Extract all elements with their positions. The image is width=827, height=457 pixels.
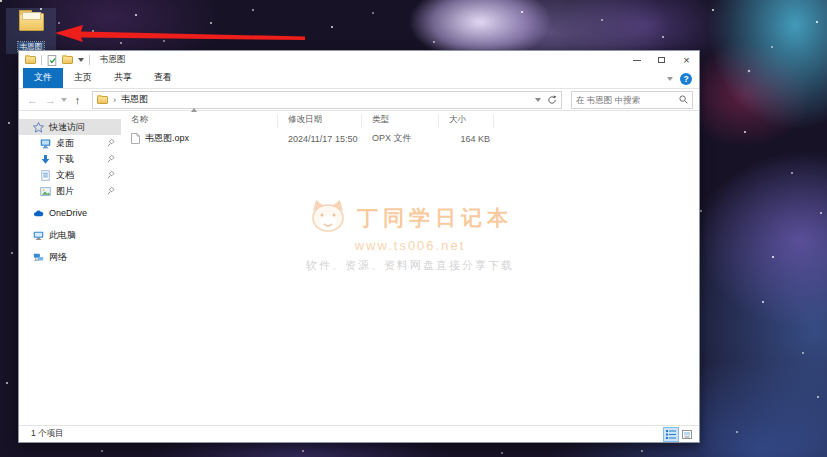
sidebar-item-pictures[interactable]: 图片 [19, 183, 121, 199]
sidebar-item-network[interactable]: 网络 [19, 249, 121, 265]
tab-file[interactable]: 文件 [23, 68, 63, 88]
watermark: 丁同学日记本 www.ts006.net 软件、资源、资料网盘直接分享下载 [306, 199, 514, 273]
pin-icon [107, 171, 115, 179]
sidebar-item-onedrive[interactable]: OneDrive [19, 205, 121, 221]
file-row[interactable]: 韦恩图.opx 2024/11/17 15:50 OPX 文件 164 KB [121, 131, 699, 146]
sidebar: 快速访问 桌面 下载 文档 [19, 111, 121, 425]
explorer-icon [25, 56, 36, 64]
large-icons-view-icon [682, 430, 692, 439]
recent-locations-chevron-icon[interactable] [61, 98, 67, 102]
sidebar-item-quick-access[interactable]: 快速访问 [19, 119, 121, 135]
forward-button[interactable]: → [43, 94, 58, 106]
close-button[interactable]: × [674, 51, 699, 69]
minimize-icon [633, 60, 641, 61]
properties-qat-icon[interactable] [47, 55, 58, 66]
download-icon [40, 154, 51, 165]
titlebar[interactable]: 韦恩图 × [19, 51, 699, 69]
sidebar-item-label: 桌面 [56, 137, 74, 150]
file-icon [131, 133, 140, 144]
column-header-name[interactable]: 名称 [121, 114, 278, 128]
dog-logo-icon [307, 199, 349, 237]
pin-icon [107, 139, 115, 147]
tab-share[interactable]: 共享 [103, 68, 143, 88]
desktop-icon-venn-folder[interactable]: 韦恩图 [6, 8, 56, 54]
sidebar-item-label: OneDrive [49, 208, 87, 218]
pictures-icon [40, 186, 51, 197]
search-box[interactable] [571, 91, 693, 109]
ribbon-tabs: 文件 主页 共享 查看 ? [19, 69, 699, 89]
window-controls: × [624, 51, 699, 69]
main-area: 快速访问 桌面 下载 文档 [19, 111, 699, 425]
column-header-date[interactable]: 修改日期 [278, 114, 362, 128]
details-view-icon [666, 430, 676, 439]
explorer-window: 韦恩图 × 文件 主页 共享 查看 ? ← → ↑ [18, 50, 700, 443]
file-name: 韦恩图.opx [145, 132, 189, 145]
star-icon [33, 122, 44, 133]
navigation-bar: ← → ↑ › 韦恩图 [19, 89, 699, 111]
desktop-icon [40, 138, 51, 149]
tab-home[interactable]: 主页 [63, 68, 103, 88]
onedrive-cloud-icon [33, 208, 44, 219]
maximize-icon [658, 57, 665, 63]
file-list-area: 名称 修改日期 类型 大小 韦恩图.opx 2024/11/17 15:50 O… [121, 111, 699, 425]
sidebar-item-label: 此电脑 [49, 229, 76, 242]
address-bar[interactable]: › 韦恩图 [92, 91, 562, 109]
expand-ribbon-chevron-icon[interactable] [667, 77, 673, 81]
column-headers: 名称 修改日期 类型 大小 [121, 111, 699, 128]
help-button[interactable]: ? [680, 73, 692, 85]
folder-icon [19, 13, 44, 31]
file-type: OPX 文件 [362, 132, 439, 145]
search-input[interactable] [576, 95, 679, 105]
sidebar-item-downloads[interactable]: 下载 [19, 151, 121, 167]
computer-icon [33, 230, 44, 241]
status-bar: 1 个项目 [19, 425, 699, 442]
column-header-size[interactable]: 大小 [439, 114, 494, 128]
tab-view[interactable]: 查看 [143, 68, 183, 88]
file-size: 164 KB [439, 134, 494, 144]
maximize-button[interactable] [649, 51, 674, 69]
breadcrumb[interactable]: 韦恩图 [121, 93, 148, 106]
sidebar-item-label: 快速访问 [49, 121, 85, 134]
column-header-type[interactable]: 类型 [362, 114, 439, 128]
sidebar-item-label: 网络 [49, 251, 67, 264]
wallpaper-stars [0, 0, 2, 2]
up-button[interactable]: ↑ [70, 94, 85, 106]
sidebar-item-documents[interactable]: 文档 [19, 167, 121, 183]
sidebar-item-label: 下载 [56, 153, 74, 166]
qat-customize-chevron-icon[interactable] [78, 58, 84, 62]
breadcrumb-folder-icon [97, 96, 108, 104]
breadcrumb-separator: › [113, 95, 116, 105]
divider [41, 55, 42, 65]
sort-ascending-icon [191, 108, 197, 112]
refresh-icon[interactable] [547, 95, 557, 105]
file-date: 2024/11/17 15:50 [278, 134, 362, 144]
window-title: 韦恩图 [100, 54, 126, 66]
address-dropdown-chevron-icon[interactable] [535, 98, 541, 102]
large-icons-view-button[interactable] [679, 427, 695, 442]
desktop: 韦恩图 韦恩图 × 文件 主页 共享 查看 [0, 0, 827, 457]
new-folder-qat-icon[interactable] [62, 56, 73, 64]
minimize-button[interactable] [624, 51, 649, 69]
pin-icon [107, 187, 115, 195]
sidebar-item-label: 文档 [56, 169, 74, 182]
network-icon [33, 252, 44, 263]
details-view-button[interactable] [663, 427, 679, 442]
watermark-title: 丁同学日记本 [357, 204, 513, 232]
document-icon [40, 170, 51, 181]
sidebar-item-label: 图片 [56, 185, 74, 198]
items-count: 1 个项目 [31, 428, 64, 440]
sidebar-item-desktop[interactable]: 桌面 [19, 135, 121, 151]
watermark-subtitle: 软件、资源、资料网盘直接分享下载 [306, 258, 514, 273]
divider [89, 55, 90, 65]
search-icon[interactable] [679, 95, 688, 104]
sidebar-item-this-pc[interactable]: 此电脑 [19, 227, 121, 243]
pin-icon [107, 155, 115, 163]
watermark-url: www.ts006.net [306, 238, 514, 253]
back-button[interactable]: ← [25, 94, 40, 106]
